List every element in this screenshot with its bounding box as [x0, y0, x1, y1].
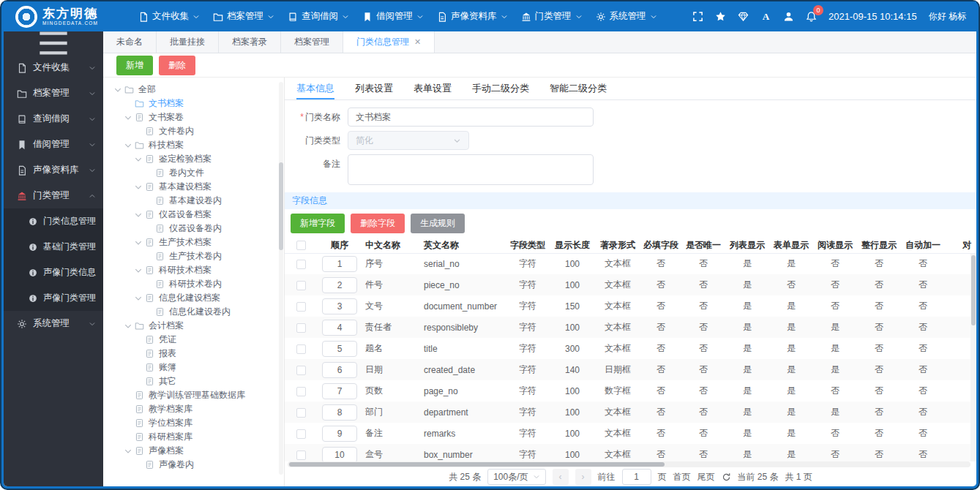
next-page-button[interactable]: › [575, 469, 591, 485]
order-input[interactable] [322, 277, 357, 293]
tree-node[interactable]: 全部 [103, 83, 284, 97]
refresh-icon[interactable] [722, 472, 731, 482]
panel-tab-列表设置[interactable]: 列表设置 [355, 78, 393, 99]
top-menu-media[interactable]: 声像资料库 [435, 7, 509, 26]
tree-node[interactable]: 教学训练管理基础数据库 [103, 388, 284, 402]
order-input[interactable] [322, 383, 357, 399]
top-menu-bookmark[interactable]: 借阅管理 [361, 7, 425, 26]
panel-tab-智能二级分类[interactable]: 智能二级分类 [550, 78, 607, 99]
order-input[interactable] [322, 362, 357, 378]
tree-node[interactable]: 文书档案 [103, 97, 284, 110]
star-icon[interactable] [715, 11, 726, 22]
tab-未命名[interactable]: 未命名 [103, 31, 157, 53]
row-checkbox[interactable] [296, 366, 306, 375]
row-checkbox[interactable] [296, 281, 306, 290]
panel-tab-手动二级分类[interactable]: 手动二级分类 [472, 78, 529, 99]
row-checkbox[interactable] [296, 344, 306, 354]
fullscreen-icon[interactable] [692, 11, 703, 22]
tree-node[interactable]: 科研档案库 [103, 430, 284, 444]
sidebar-item-bookmark[interactable]: 借阅管理 [4, 132, 103, 157]
sidebar-subitem[interactable]: 声像门类管理 [4, 285, 103, 311]
order-input[interactable] [322, 256, 357, 272]
add-button[interactable]: 新增 [116, 56, 153, 75]
tree-node[interactable]: 报表 [103, 347, 284, 361]
tree-node[interactable]: 生产技术档案 [103, 235, 284, 249]
field-button-新增字段[interactable]: 新增字段 [291, 214, 345, 233]
tab-批量挂接[interactable]: 批量挂接 [157, 31, 219, 53]
row-checkbox[interactable] [296, 387, 306, 396]
order-input[interactable] [322, 320, 357, 336]
row-checkbox[interactable] [296, 302, 306, 312]
row-checkbox[interactable] [296, 323, 306, 333]
tree-scrollbar[interactable] [279, 82, 283, 475]
sidebar-item-folder[interactable]: 档案管理 [4, 80, 103, 106]
tree-node[interactable]: 基本建设卷内 [103, 194, 284, 208]
category-name-input[interactable] [348, 108, 594, 127]
row-checkbox[interactable] [296, 429, 306, 439]
panel-tab-表单设置[interactable]: 表单设置 [414, 78, 452, 99]
select-all-checkbox[interactable] [296, 241, 306, 250]
top-menu-folder[interactable]: 档案管理 [212, 7, 276, 26]
sidebar-item-bank[interactable]: 门类管理 [4, 183, 103, 208]
tree-node[interactable]: 仪器设备卷内 [103, 222, 284, 235]
order-input[interactable] [322, 298, 357, 314]
table-vertical-scrollbar[interactable] [970, 254, 976, 461]
remark-textarea[interactable] [348, 154, 594, 185]
tree-node[interactable]: 仪器设备档案 [103, 208, 284, 222]
row-checkbox[interactable] [296, 408, 306, 418]
sidebar-item-gear[interactable]: 系统管理 [4, 311, 103, 336]
tree-node[interactable]: 声像卷内 [103, 458, 284, 472]
font-size-icon[interactable]: A [760, 11, 771, 22]
order-input[interactable] [322, 426, 357, 442]
tree-node[interactable]: 教学档案库 [103, 402, 284, 416]
tab-门类信息管理[interactable]: 门类信息管理✕ [343, 31, 435, 53]
sidebar-subitem[interactable]: 门类信息管理 [4, 208, 103, 234]
first-page-link[interactable]: 首页 [673, 471, 691, 483]
sidebar-item-file[interactable]: 文件收集 [4, 55, 103, 80]
prev-page-button[interactable]: ‹ [553, 469, 569, 485]
row-checkbox[interactable] [296, 260, 306, 269]
tree-node[interactable]: 其它 [103, 374, 284, 388]
order-input[interactable] [322, 404, 357, 421]
gem-icon[interactable] [738, 11, 749, 22]
tree-node[interactable]: 基本建设档案 [103, 180, 284, 194]
tree-node[interactable]: 文件卷内 [103, 124, 284, 138]
sidebar-subitem[interactable]: 基础门类管理 [4, 234, 103, 260]
tree-node[interactable]: 信息化建设卷内 [103, 305, 284, 319]
tree-node[interactable]: 声像档案 [103, 444, 284, 458]
page-number-input[interactable] [622, 469, 651, 485]
tree-node[interactable]: 生产技术卷内 [103, 249, 284, 263]
sidebar-collapse-button[interactable] [4, 31, 103, 55]
last-page-link[interactable]: 尾页 [697, 471, 715, 483]
sidebar-item-book[interactable]: 查询借阅 [4, 106, 103, 132]
tree-node[interactable]: 学位档案库 [103, 416, 284, 430]
tree-node[interactable]: 会计档案 [103, 319, 284, 333]
sidebar-item-media[interactable]: 声像资料库 [4, 157, 103, 183]
page-size-select[interactable]: 100条/页 [487, 469, 545, 485]
row-checkbox[interactable] [296, 451, 306, 460]
order-input[interactable] [322, 447, 357, 462]
tree-node[interactable]: 科技档案 [103, 138, 284, 152]
bell-icon[interactable]: 0 [806, 11, 817, 22]
top-menu-gear[interactable]: 系统管理 [594, 7, 659, 26]
top-menu-book[interactable]: 查询借阅 [286, 7, 351, 26]
tree-node[interactable]: 账簿 [103, 361, 284, 374]
tree-node[interactable]: 文书案卷 [103, 110, 284, 124]
tree-node[interactable]: 科研技术档案 [103, 263, 284, 277]
sidebar-subitem[interactable]: 声像门类信息 [4, 260, 103, 285]
close-icon[interactable]: ✕ [414, 37, 421, 47]
tree-node[interactable]: 卷内文件 [103, 166, 284, 180]
panel-tab-基本信息[interactable]: 基本信息 [296, 78, 334, 99]
tree-node[interactable]: 凭证 [103, 333, 284, 347]
table-horizontal-scrollbar[interactable] [288, 461, 970, 467]
order-input[interactable] [322, 341, 357, 357]
top-menu-file[interactable]: 文件收集 [137, 7, 201, 26]
top-menu-bank[interactable]: 门类管理 [520, 7, 584, 26]
tree-node[interactable]: 鉴定检验档案 [103, 152, 284, 166]
field-button-删除字段[interactable]: 删除字段 [351, 214, 405, 233]
user-icon[interactable] [783, 11, 794, 22]
tab-档案管理[interactable]: 档案管理 [281, 31, 343, 53]
tree-node[interactable]: 信息化建设档案 [103, 291, 284, 305]
tree-node[interactable]: 科研技术卷内 [103, 277, 284, 291]
tab-档案著录[interactable]: 档案著录 [219, 31, 281, 53]
